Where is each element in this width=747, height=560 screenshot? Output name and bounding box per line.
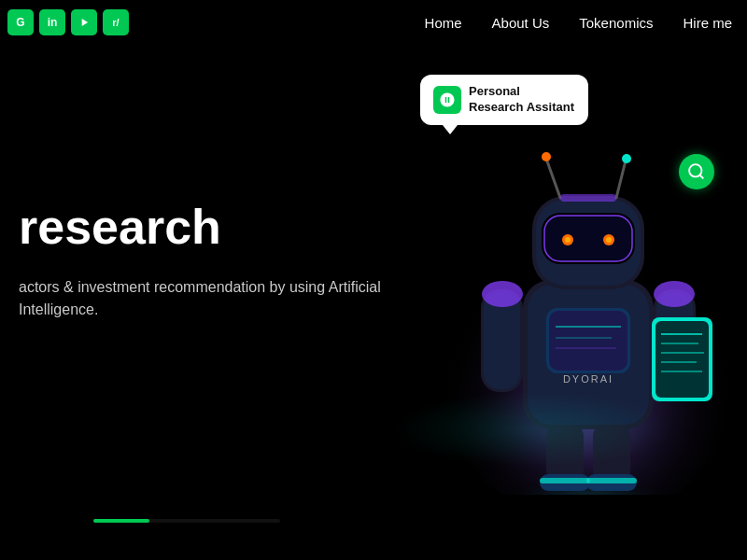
progress-bar-fill xyxy=(93,519,149,523)
svg-rect-39 xyxy=(586,478,637,483)
bubble-icon xyxy=(433,86,461,114)
google-icon[interactable]: G xyxy=(7,9,34,35)
svg-rect-35 xyxy=(593,425,630,481)
svg-point-17 xyxy=(606,237,612,243)
svg-point-15 xyxy=(565,237,571,243)
video-icon[interactable] xyxy=(71,9,97,35)
social-links: G in r/ xyxy=(7,9,129,35)
svg-point-21 xyxy=(622,154,631,163)
hero-title: research xyxy=(19,201,430,254)
svg-rect-34 xyxy=(546,425,584,481)
nav-hire[interactable]: Hire me xyxy=(683,15,732,31)
svg-rect-38 xyxy=(540,478,590,483)
svg-line-20 xyxy=(616,161,626,198)
progress-bar-container xyxy=(93,519,280,523)
nav-about[interactable]: About Us xyxy=(492,15,550,31)
svg-point-40 xyxy=(482,281,523,307)
svg-rect-12 xyxy=(544,216,632,261)
svg-line-18 xyxy=(546,159,560,198)
hero-subtitle: actors & investment recommendation by us… xyxy=(19,277,430,322)
hero-section: research actors & investment recommendat… xyxy=(0,0,747,523)
svg-point-19 xyxy=(542,152,551,161)
svg-rect-28 xyxy=(655,321,709,398)
svg-point-41 xyxy=(654,281,695,307)
svg-rect-42 xyxy=(560,194,616,202)
navbar: G in r/ Home About Us Tokenomics Hire me xyxy=(0,0,747,45)
nav-tokenomics[interactable]: Tokenomics xyxy=(579,15,653,31)
svg-rect-5 xyxy=(549,311,627,371)
linkedin-icon[interactable]: in xyxy=(39,9,65,35)
bubble-text: Personal Research Assitant xyxy=(469,84,574,116)
hero-text-block: research actors & investment recommendat… xyxy=(0,201,430,321)
chat-bubble: Personal Research Assitant xyxy=(420,75,588,125)
reddit-icon[interactable]: r/ xyxy=(103,9,129,35)
search-float-icon[interactable] xyxy=(679,154,714,189)
nav-links: Home About Us Tokenomics Hire me xyxy=(425,15,732,31)
robot-container: Personal Research Assitant xyxy=(374,47,747,495)
nav-home[interactable]: Home xyxy=(425,15,462,31)
svg-text:DYORAI: DYORAI xyxy=(563,373,613,385)
